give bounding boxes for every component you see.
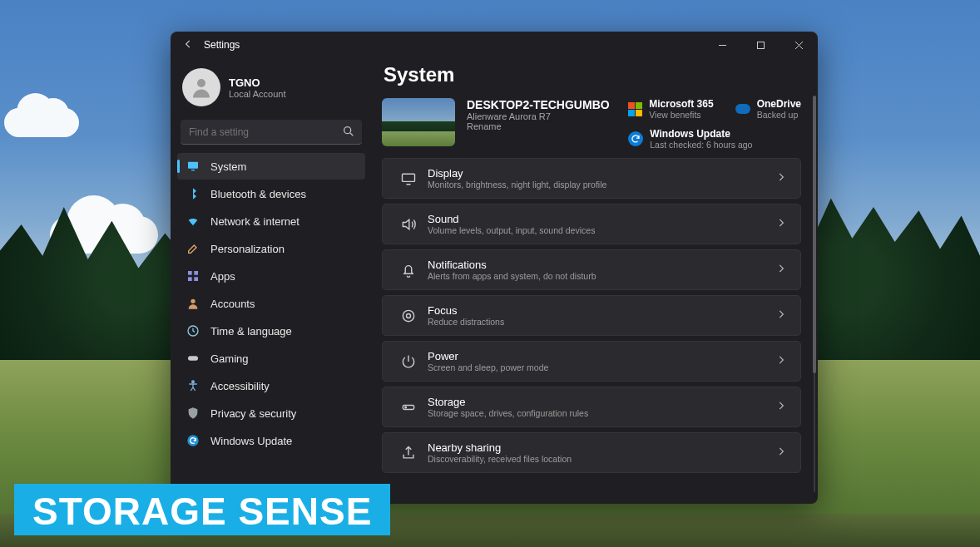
sidebar-item-network-internet[interactable]: Network & internet	[177, 208, 365, 234]
chevron-right-icon	[775, 308, 787, 323]
chevron-right-icon	[775, 171, 787, 186]
device-name: DESKTOP2-TECHGUMBO	[467, 98, 610, 111]
svg-rect-7	[188, 277, 192, 281]
svg-point-1	[197, 79, 205, 87]
chevron-right-icon	[775, 217, 787, 232]
sidebar-item-system[interactable]: System	[177, 153, 365, 180]
sidebar-item-personalization[interactable]: Personalization	[177, 235, 365, 262]
svg-point-9	[191, 299, 195, 303]
rename-link[interactable]: Rename	[467, 121, 610, 131]
sidebar-item-label: Bluetooth & devices	[210, 188, 306, 200]
wallpaper-thumb[interactable]	[382, 98, 455, 146]
card-nearby-sharing[interactable]: Nearby sharingDiscoverability, received …	[382, 432, 801, 473]
minimize-button[interactable]	[703, 32, 741, 58]
svg-point-15	[403, 310, 413, 321]
card-subtitle: Reduce distractions	[428, 317, 504, 327]
settings-cards: DisplayMonitors, brightness, night light…	[382, 158, 801, 473]
account-type: Local Account	[229, 89, 286, 99]
card-subtitle: Alerts from apps and system, do not dist…	[428, 271, 596, 281]
search-box[interactable]	[181, 120, 362, 145]
card-focus[interactable]: FocusReduce distractions	[382, 295, 801, 336]
card-display[interactable]: DisplayMonitors, brightness, night light…	[382, 158, 801, 199]
video-banner: STORAGE SENSE	[14, 484, 390, 535]
sidebar-item-bluetooth-devices[interactable]: Bluetooth & devices	[177, 180, 365, 207]
scrollbar[interactable]	[813, 96, 816, 492]
card-subtitle: Monitors, brightness, night light, displ…	[428, 180, 606, 190]
gamepad-icon	[186, 352, 200, 365]
bell-icon	[396, 262, 421, 278]
tile-ms365[interactable]: Microsoft 365View benefits	[628, 98, 713, 120]
sidebar-item-time-language[interactable]: Time & language	[177, 318, 365, 344]
sidebar-item-accounts[interactable]: Accounts	[177, 290, 365, 317]
storage-icon	[396, 399, 421, 416]
chevron-right-icon	[775, 446, 787, 461]
update-icon	[628, 131, 643, 146]
sidebar-item-privacy-security[interactable]: Privacy & security	[177, 400, 365, 426]
microsoft-logo-icon	[628, 102, 642, 116]
tile-onedrive[interactable]: OneDriveBacked up	[735, 98, 801, 120]
card-title: Power	[428, 350, 548, 362]
card-subtitle: Screen and sleep, power mode	[428, 362, 548, 372]
sound-icon	[396, 216, 421, 233]
card-sound[interactable]: SoundVolume levels, output, input, sound…	[382, 204, 801, 244]
focus-icon	[396, 308, 421, 324]
card-subtitle: Volume levels, output, input, sound devi…	[428, 225, 595, 235]
card-power[interactable]: PowerScreen and sleep, power mode	[382, 341, 801, 382]
card-notifications[interactable]: NotificationsAlerts from apps and system…	[382, 249, 801, 290]
card-title: Focus	[428, 304, 504, 317]
sidebar-item-label: System	[210, 160, 246, 173]
app-title: Settings	[204, 39, 240, 51]
card-title: Storage	[428, 396, 588, 408]
svg-rect-4	[191, 170, 195, 170]
monitor-icon	[396, 170, 421, 187]
card-subtitle: Discoverability, received files location	[428, 454, 572, 464]
search-icon	[342, 125, 355, 141]
nav-list: SystemBluetooth & devicesNetwork & inter…	[177, 153, 365, 454]
svg-point-16	[407, 313, 411, 318]
share-icon	[396, 445, 421, 461]
maximize-button[interactable]	[741, 32, 780, 58]
tile-windows-update[interactable]: Windows UpdateLast checked: 6 hours ago	[628, 128, 801, 150]
close-button[interactable]	[780, 32, 818, 58]
bg-cloud	[4, 108, 79, 137]
svg-point-13	[187, 435, 198, 446]
sidebar: TGNO Local Account SystemBluetooth & dev…	[171, 58, 372, 504]
monitor-icon	[186, 160, 200, 173]
back-button[interactable]	[179, 38, 197, 52]
person-icon	[186, 297, 200, 310]
account-name: TGNO	[229, 76, 286, 89]
accessibility-icon	[186, 379, 200, 392]
titlebar: Settings	[171, 32, 818, 58]
search-input[interactable]	[181, 120, 362, 145]
sidebar-item-label: Network & internet	[210, 215, 299, 228]
device-model: Alienware Aurora R7	[467, 111, 610, 121]
device-hero: DESKTOP2-TECHGUMBO Alienware Aurora R7 R…	[382, 98, 801, 150]
sidebar-item-label: Accessibility	[210, 380, 270, 392]
sidebar-item-label: Gaming	[210, 352, 249, 365]
card-title: Display	[428, 167, 606, 180]
sidebar-item-label: Apps	[210, 270, 235, 283]
sidebar-item-windows-update[interactable]: Windows Update	[177, 427, 365, 454]
svg-rect-14	[403, 174, 415, 181]
svg-point-18	[405, 407, 407, 408]
grid-icon	[186, 269, 200, 283]
content-area: System DESKTOP2-TECHGUMBO Alienware Auro…	[372, 58, 818, 504]
chevron-right-icon	[775, 400, 787, 415]
card-subtitle: Storage space, drives, configuration rul…	[428, 408, 588, 418]
sidebar-item-label: Windows Update	[210, 435, 292, 447]
page-title: System	[384, 63, 801, 86]
sidebar-item-apps[interactable]: Apps	[177, 263, 365, 289]
svg-rect-6	[194, 271, 198, 275]
avatar	[182, 68, 220, 106]
account-block[interactable]: TGNO Local Account	[177, 63, 365, 115]
svg-rect-5	[188, 271, 192, 275]
wifi-icon	[186, 214, 200, 228]
sidebar-item-accessibility[interactable]: Accessibility	[177, 372, 365, 399]
card-storage[interactable]: StorageStorage space, drives, configurat…	[382, 387, 801, 427]
brush-icon	[186, 242, 200, 255]
sidebar-item-label: Accounts	[210, 298, 255, 310]
settings-window: Settings TGNO Local Account	[171, 32, 818, 504]
clock-icon	[186, 324, 200, 338]
svg-point-2	[344, 127, 351, 134]
sidebar-item-gaming[interactable]: Gaming	[177, 345, 365, 372]
